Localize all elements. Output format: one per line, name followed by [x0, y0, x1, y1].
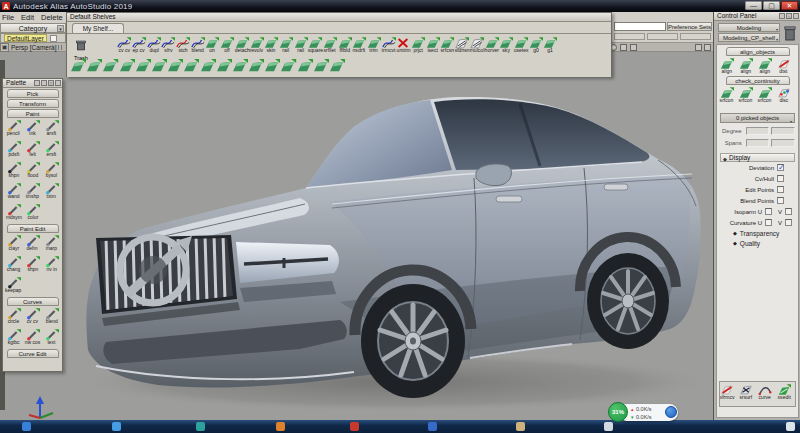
- cp-tool-srfcon[interactable]: srfcon: [720, 85, 735, 103]
- shelf-tool-srfcsn[interactable]: srfcsn: [440, 35, 455, 53]
- cp-tool-srfcon[interactable]: srfcon: [739, 85, 754, 103]
- cv-hull-checkbox[interactable]: [777, 175, 784, 182]
- cp-bottom-tool-xfrmcv[interactable]: xfrmcv: [720, 382, 735, 406]
- minimize-button[interactable]: —: [745, 1, 762, 10]
- palette-tool-shpn[interactable]: shpn: [23, 254, 42, 275]
- spans-v-field[interactable]: [771, 139, 795, 147]
- viewport-title[interactable]: Persp [Camera]: [11, 44, 57, 51]
- net-monitor-widget[interactable]: 31% ▴ 0.0K/s ▾ 0.0K/s: [608, 402, 680, 423]
- deviation-checkbox[interactable]: ✓: [777, 164, 784, 171]
- palette-tab-paint[interactable]: Paint: [7, 109, 59, 118]
- curvature-u-v-checkbox[interactable]: [785, 219, 792, 226]
- palette-tool-color[interactable]: color: [23, 202, 42, 223]
- shelf-tool-ep-cv[interactable]: ep cv: [132, 35, 147, 53]
- palette-tool-text[interactable]: text: [42, 327, 61, 348]
- viewport-grip[interactable]: [52, 45, 64, 50]
- cp-bottom-tool-curve[interactable]: curve: [758, 382, 773, 406]
- shelf-tool-untrim[interactable]: untrim: [396, 35, 411, 53]
- shelf-tool-detach[interactable]: detach: [235, 35, 250, 53]
- curvature-u-u-checkbox[interactable]: [765, 219, 772, 226]
- shelf-tool-cv-cv[interactable]: cv cv: [117, 35, 132, 53]
- shelf-tool-square[interactable]: square: [308, 35, 323, 53]
- cp-tool-dtst[interactable]: dtst: [777, 56, 792, 74]
- cp-bottom-tool-srsurf[interactable]: srsurf: [739, 382, 754, 406]
- tab-my-shelf[interactable]: My Shelf...: [72, 23, 124, 33]
- cp-tab-align-objects[interactable]: align_objects: [726, 47, 790, 56]
- palette-tool-txtm[interactable]: txtm: [42, 181, 61, 202]
- palette-tool-chang[interactable]: chang: [4, 254, 23, 275]
- isoparm-u-u-checkbox[interactable]: [765, 208, 772, 215]
- palette-tab-pick[interactable]: Pick: [7, 89, 59, 98]
- shelf-tool-sfdnsn[interactable]: sfdnsn: [455, 35, 470, 53]
- shelf-surface-tool[interactable]: [216, 58, 232, 73]
- menu-edit[interactable]: Edit: [21, 13, 34, 22]
- side-mirror[interactable]: [476, 164, 511, 186]
- taskbar-app-icon[interactable]: [350, 422, 359, 431]
- display-bullet-quality[interactable]: ◆Quality: [717, 238, 798, 248]
- shelf-surface-tool[interactable]: [200, 58, 216, 73]
- viewport-close-icon[interactable]: ▣: [0, 43, 9, 52]
- shelf-tool-g0[interactable]: g0: [528, 35, 543, 53]
- shelf-surface-tool[interactable]: [102, 58, 118, 73]
- shelf-surface-tool[interactable]: [264, 58, 280, 73]
- zoom-toggle-icon[interactable]: [630, 44, 637, 51]
- taskbar-app-icon[interactable]: [604, 422, 613, 431]
- palette-tool-pdsft[interactable]: pdsft: [4, 139, 23, 160]
- pane-max-icon[interactable]: [704, 44, 711, 51]
- taskbar-app-icon[interactable]: [196, 422, 205, 431]
- shelf-surface-tool[interactable]: [183, 58, 199, 73]
- shelf-tool-trmcvt[interactable]: trmcvt: [381, 35, 396, 53]
- maximize-button[interactable]: ▢: [763, 1, 780, 10]
- preference-input[interactable]: [614, 22, 666, 31]
- palette-tool-shpn[interactable]: shpn: [4, 160, 23, 181]
- shelf-tool-trim[interactable]: trim: [367, 35, 382, 53]
- cp-trash-icon[interactable]: [782, 23, 797, 42]
- category-header[interactable]: Category ▾: [0, 23, 66, 33]
- net-monitor-icon[interactable]: [665, 406, 677, 418]
- shelf-surface-tool[interactable]: [248, 58, 264, 73]
- palette-tool-circle[interactable]: circle: [4, 306, 23, 327]
- shelf-tool-on[interactable]: on: [205, 35, 220, 53]
- degree-u-field[interactable]: [746, 127, 770, 135]
- shelf-tool-sfrv[interactable]: sfrv: [161, 35, 176, 53]
- cp-tool-disc[interactable]: disc: [777, 85, 792, 103]
- cp-tool-srfcon[interactable]: srfcon: [758, 85, 773, 103]
- palette-tool-felt[interactable]: felt: [23, 139, 42, 160]
- pane-split-icon[interactable]: [695, 44, 702, 51]
- shelf-tool-skin[interactable]: skin: [264, 35, 279, 53]
- palette-tool-pencil[interactable]: pencil: [4, 118, 23, 139]
- shelf-tool-off[interactable]: off: [220, 35, 235, 53]
- list-icon[interactable]: [41, 80, 47, 86]
- palette-tool-cv-cv[interactable]: cv cv: [23, 306, 42, 327]
- display-section-header[interactable]: ◆ Display: [720, 153, 795, 162]
- preference-sets-button[interactable]: Preference Sets: [667, 22, 712, 31]
- shelf-title-bar[interactable]: Default Shelves: [67, 13, 611, 22]
- windows-taskbar[interactable]: [0, 420, 800, 433]
- palette-tab-paint-edit[interactable]: Paint Edit: [7, 224, 59, 233]
- close-palette-icon[interactable]: [55, 80, 61, 86]
- control-panel-title-bar[interactable]: Control Panel △: [714, 12, 800, 21]
- shelf-surface-tool[interactable]: [151, 58, 167, 73]
- taskbar-app-icon[interactable]: [786, 422, 795, 431]
- shelf-tool-revolv[interactable]: revolv: [249, 35, 264, 53]
- palette-tool-ersft[interactable]: ersft: [42, 139, 61, 160]
- shelf-surface-tool[interactable]: [135, 58, 151, 73]
- palette-tool-mdsym[interactable]: mdsym: [4, 202, 23, 223]
- dock-icon[interactable]: [34, 80, 40, 86]
- palette-tool-nv-in[interactable]: nv in: [42, 254, 61, 275]
- shelf-tool-stch[interactable]: stch: [176, 35, 191, 53]
- shelf-surface-tool[interactable]: [280, 58, 296, 73]
- shelf-surface-tool[interactable]: [70, 58, 86, 73]
- cp-close-icon[interactable]: [793, 13, 799, 19]
- shelf-surface-tool[interactable]: [232, 58, 248, 73]
- close-button[interactable]: ✕: [781, 1, 798, 10]
- cp-tab-check-continuity[interactable]: check_continuity: [726, 76, 790, 85]
- cp-tool-align[interactable]: align: [720, 56, 735, 74]
- picked-objects-bar[interactable]: 0 picked objects▾: [720, 113, 795, 123]
- perspective-viewport[interactable]: [0, 52, 713, 420]
- side-windows[interactable]: [434, 99, 649, 170]
- shelf-tool-nsdrft[interactable]: nsdrft: [352, 35, 367, 53]
- palette-tool-nw-cos[interactable]: nw cos: [23, 327, 42, 348]
- cp-collapse-icon[interactable]: △: [786, 13, 792, 19]
- shelf-tool-isect[interactable]: isect: [425, 35, 440, 53]
